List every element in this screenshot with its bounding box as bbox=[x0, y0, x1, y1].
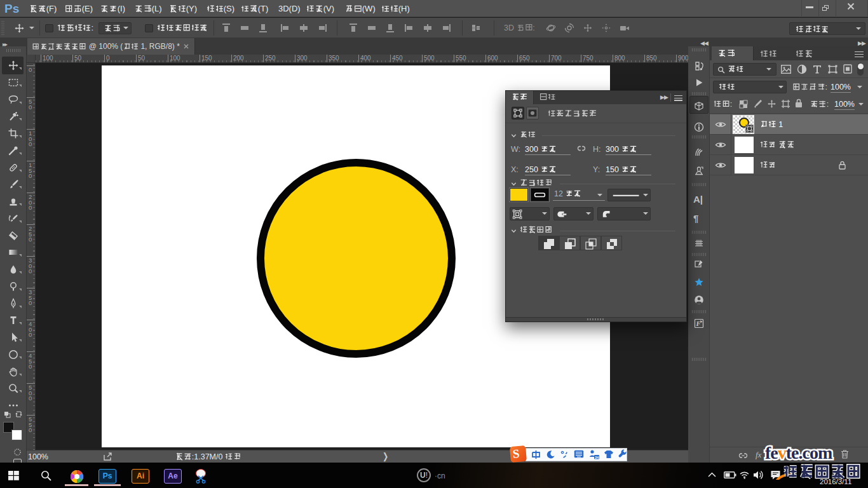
svg-text:F: F bbox=[696, 320, 702, 327]
svg-text:24: 24 bbox=[595, 456, 599, 459]
